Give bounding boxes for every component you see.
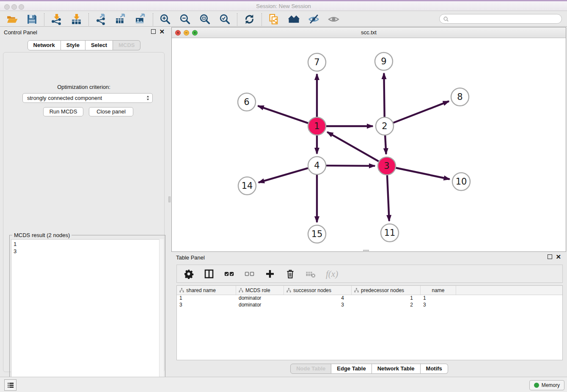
table-panel-tabs: Node TableEdge TableNetwork TableMotifs xyxy=(290,364,448,374)
mcds-result-scrollbar[interactable] xyxy=(159,239,164,392)
import-table-icon[interactable] xyxy=(71,14,82,25)
tab-select[interactable]: Select xyxy=(85,40,113,50)
hide-selected-icon[interactable] xyxy=(308,14,319,25)
tree-icon xyxy=(286,288,291,293)
node-label-3: 3 xyxy=(384,161,389,171)
edge-4-14[interactable] xyxy=(259,168,308,182)
memory-button[interactable]: Memory xyxy=(529,380,564,390)
edge-3-1[interactable] xyxy=(327,132,379,161)
apply-layout-icon[interactable] xyxy=(244,14,255,25)
table-cell[interactable]: 3 xyxy=(177,302,236,309)
tab-motifs[interactable]: Motifs xyxy=(421,364,448,374)
node-label-11: 11 xyxy=(384,228,396,238)
column-header-predecessor-nodes[interactable]: predecessor nodes xyxy=(352,286,421,295)
edge-3-10[interactable] xyxy=(396,168,450,179)
table-cell[interactable]: 1 xyxy=(352,295,421,302)
main-toolbar xyxy=(0,12,567,27)
table-row[interactable]: 1dominator411 xyxy=(177,295,562,302)
node-label-7: 7 xyxy=(314,57,319,67)
table-panel-close-button[interactable]: ✕ xyxy=(556,254,561,259)
select-all-icon[interactable] xyxy=(224,269,234,279)
tab-mcds[interactable]: MCDS xyxy=(113,40,140,50)
node-table: shared nameMCDS rolesuccessor nodesprede… xyxy=(176,285,563,360)
column-header-name[interactable]: name xyxy=(421,286,456,295)
node-table-body: 1dominator4113dominator323 xyxy=(177,295,562,309)
zoom-in-icon[interactable] xyxy=(160,14,171,25)
splitter-grip-vertical[interactable] xyxy=(168,196,171,202)
add-row-icon[interactable] xyxy=(265,269,275,279)
control-panel: Control Panel ✕ NetworkStyleSelectMCDS O… xyxy=(0,27,168,377)
window-titlebar: Session: New Session xyxy=(0,0,567,11)
export-image-icon[interactable] xyxy=(135,14,146,25)
tab-node-table[interactable]: Node Table xyxy=(290,364,331,374)
tab-edge-table[interactable]: Edge Table xyxy=(331,364,372,374)
node-label-10: 10 xyxy=(456,177,467,187)
optimization-criterion-select[interactable]: strongly connected component xyxy=(22,93,153,103)
node-label-9: 9 xyxy=(381,56,386,66)
search-field[interactable] xyxy=(449,16,561,22)
run-mcds-button[interactable]: Run MCDS xyxy=(43,107,83,116)
search-input[interactable] xyxy=(439,14,562,24)
save-session-icon[interactable] xyxy=(26,14,38,25)
table-settings-icon[interactable] xyxy=(184,269,194,279)
table-panel-float-button[interactable] xyxy=(548,254,552,259)
table-cell[interactable]: dominator xyxy=(236,302,284,309)
table-cell[interactable]: 3 xyxy=(284,302,352,309)
close-panel-button[interactable]: Close panel xyxy=(89,107,133,116)
memory-label: Memory xyxy=(542,382,560,388)
delete-row-icon[interactable] xyxy=(285,269,295,279)
export-table-icon[interactable] xyxy=(115,14,127,25)
table-panel: Table Panel ✕ f(x) shared nameMCDS roles… xyxy=(171,252,567,377)
edge-2-8[interactable] xyxy=(394,101,449,123)
task-history-button[interactable] xyxy=(4,379,17,391)
show-hidden-icon xyxy=(328,14,339,25)
zoom-out-icon[interactable] xyxy=(179,14,191,25)
column-header-MCDS-role[interactable]: MCDS role xyxy=(236,286,284,295)
new-network-from-selection-icon[interactable] xyxy=(268,14,280,25)
network-window-title: scc.txt xyxy=(172,29,566,36)
control-panel-close-button[interactable]: ✕ xyxy=(159,29,165,34)
zoom-fit-icon[interactable] xyxy=(199,14,211,25)
mcds-result-text[interactable]: 1 3 xyxy=(11,239,164,392)
table-panel-title: Table Panel xyxy=(176,254,205,261)
column-label: successor nodes xyxy=(293,287,331,293)
node-label-14: 14 xyxy=(242,181,253,191)
table-cell[interactable]: 3 xyxy=(421,302,456,309)
zoom-selected-icon[interactable] xyxy=(219,14,231,25)
table-cell[interactable]: 4 xyxy=(284,295,352,302)
table-cell[interactable]: 1 xyxy=(421,295,456,302)
edge-1-6[interactable] xyxy=(258,106,308,123)
node-label-2: 2 xyxy=(382,121,387,131)
edge-2-3[interactable] xyxy=(385,135,386,154)
tab-style[interactable]: Style xyxy=(61,40,85,50)
mcds-panel: Optimization criterion: strongly connect… xyxy=(3,52,165,372)
memory-status-icon xyxy=(534,383,539,388)
table-cell[interactable]: dominator xyxy=(236,295,284,302)
tab-network-table[interactable]: Network Table xyxy=(372,364,421,374)
edge-4-3[interactable] xyxy=(326,166,375,166)
mcds-result-title: MCDS result (2 nodes) xyxy=(12,232,72,238)
table-cell[interactable]: 1 xyxy=(177,295,236,302)
edge-2-9[interactable] xyxy=(384,73,384,117)
network-view-window: × − + scc.txt 7968124314101511 xyxy=(171,27,566,252)
function-builder-icon: f(x) xyxy=(326,269,336,279)
table-cell[interactable]: 2 xyxy=(352,302,421,309)
network-window-titlebar[interactable]: × − + scc.txt xyxy=(172,28,566,38)
open-session-icon[interactable] xyxy=(6,14,18,25)
control-panel-title: Control Panel xyxy=(4,29,37,36)
edge-3-11[interactable] xyxy=(387,175,389,221)
table-row[interactable]: 3dominator323 xyxy=(177,302,562,309)
node-label-1: 1 xyxy=(314,121,319,131)
first-neighbors-icon[interactable] xyxy=(288,14,300,25)
search-icon xyxy=(443,16,449,22)
column-header-successor-nodes[interactable]: successor nodes xyxy=(284,286,352,295)
tab-network[interactable]: Network xyxy=(28,40,61,50)
deselect-all-icon[interactable] xyxy=(245,269,255,279)
column-label: shared name xyxy=(186,287,216,293)
export-network-icon[interactable] xyxy=(95,14,107,25)
control-panel-float-button[interactable] xyxy=(151,29,156,34)
column-header-shared-name[interactable]: shared name xyxy=(177,286,236,295)
network-canvas[interactable]: 7968124314101511 xyxy=(172,38,566,251)
import-network-icon[interactable] xyxy=(51,14,62,25)
toggle-columns-icon[interactable] xyxy=(204,269,214,279)
